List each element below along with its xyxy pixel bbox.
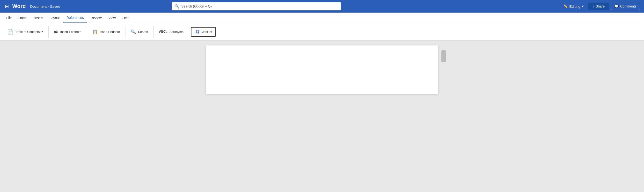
search-bar-placeholder: Search (Option + Q): [181, 4, 212, 8]
menu-item-file[interactable]: File: [3, 12, 15, 23]
acronyms-icon: ABC?: [159, 30, 166, 34]
comments-label: Comments: [620, 4, 636, 8]
document-area: [0, 40, 644, 192]
table-of-contents-label: Table of Contents: [15, 30, 40, 34]
ribbon-separator-1: [48, 26, 48, 38]
insert-footnote-button[interactable]: ab Insert Footnote: [50, 27, 84, 37]
search-bar[interactable]: 🔍 Search (Option + Q): [172, 2, 341, 10]
menu-item-help[interactable]: Help: [119, 12, 133, 23]
document-icon: 📄: [7, 29, 13, 35]
search-icon: 🔍: [174, 4, 179, 9]
title-bar-right: ✏️ Editing ▾ ↑ Share 💬 Comments: [561, 3, 640, 10]
comments-button[interactable]: 💬 Comments: [611, 3, 640, 10]
doc-title: Document - Saved: [30, 4, 60, 8]
jabref-label: JabRef: [202, 30, 212, 34]
menu-item-layout[interactable]: Layout: [46, 12, 63, 23]
pencil-icon: ✏️: [563, 4, 568, 8]
app-name: Word: [12, 3, 26, 10]
menu-item-insert[interactable]: Insert: [31, 12, 46, 23]
title-bar-left: ⊞ Word Document - Saved: [4, 2, 60, 10]
table-of-contents-chevron-icon: ▾: [42, 30, 43, 33]
share-icon: ↑: [592, 4, 594, 8]
editing-button[interactable]: ✏️ Editing ▾: [561, 3, 586, 10]
insert-endnote-label: Insert Endnote: [100, 30, 120, 34]
table-of-contents-button[interactable]: 📄 Table of Contents ▾: [4, 27, 46, 37]
editing-chevron-icon: ▾: [582, 4, 584, 8]
ribbon-separator-4: [153, 26, 154, 38]
jabref-button[interactable]: JabRef: [191, 27, 216, 37]
title-bar: ⊞ Word Document - Saved 🔍 Search (Option…: [0, 0, 644, 12]
menu-bar: File Home Insert Layout References Revie…: [0, 12, 644, 23]
menu-item-references[interactable]: References: [63, 12, 87, 23]
share-label: Share: [596, 4, 604, 8]
scroll-indicator[interactable]: [442, 50, 446, 62]
editing-label: Editing: [569, 4, 580, 8]
acronyms-button[interactable]: ABC? Acronyms: [156, 27, 187, 37]
insert-endnote-button[interactable]: 📋 Insert Endnote: [89, 27, 124, 37]
share-button[interactable]: ↑ Share: [588, 3, 609, 10]
footnote-icon: ab: [54, 29, 58, 34]
search-ribbon-icon: 🔍: [131, 29, 136, 34]
menu-item-home[interactable]: Home: [15, 12, 31, 23]
endnote-icon: 📋: [92, 29, 98, 34]
search-button[interactable]: 🔍 Search: [128, 27, 151, 37]
acronyms-label: Acronyms: [170, 30, 184, 34]
menu-item-view[interactable]: View: [105, 12, 119, 23]
ribbon-separator-2: [87, 26, 87, 38]
menu-item-review[interactable]: Review: [87, 12, 105, 23]
waffle-icon[interactable]: ⊞: [4, 2, 10, 10]
ribbon: 📄 Table of Contents ▾ ab Insert Footnote…: [0, 23, 644, 40]
insert-footnote-label: Insert Footnote: [60, 30, 81, 34]
comments-icon: 💬: [614, 4, 618, 8]
jabref-icon: [195, 29, 200, 34]
ribbon-separator-3: [125, 26, 126, 38]
document-page[interactable]: [206, 46, 438, 94]
search-label: Search: [138, 30, 148, 34]
document-container: [206, 46, 438, 187]
ribbon-separator-5: [189, 26, 189, 38]
